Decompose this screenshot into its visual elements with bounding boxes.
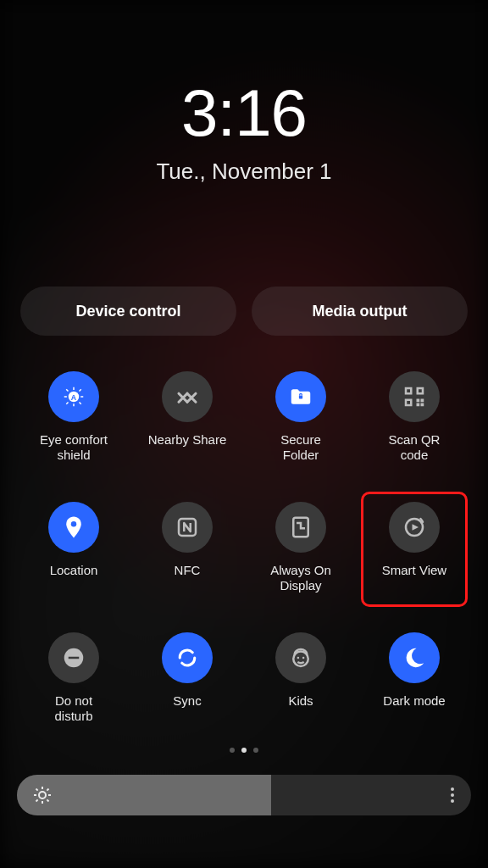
- svg-line-37: [47, 799, 48, 801]
- svg-rect-10: [299, 396, 302, 399]
- svg-point-30: [302, 657, 305, 659]
- aod-icon: [275, 502, 326, 553]
- quick-settings-grid: AEye comfort shieldNearby ShareSecure Fo…: [0, 366, 488, 729]
- sync-icon: [162, 632, 213, 683]
- tile-label: Do not disturb: [54, 693, 92, 724]
- tile-label: Sync: [173, 693, 201, 724]
- qr-code-icon: [389, 371, 440, 422]
- eye-comfort-icon: A: [48, 371, 99, 422]
- tile-label: Always On Display: [270, 563, 331, 593]
- svg-rect-14: [407, 389, 410, 392]
- nfc-icon: [162, 502, 213, 553]
- svg-line-6: [80, 403, 81, 404]
- tile-sync[interactable]: Sync: [130, 627, 244, 729]
- clock-time: 3:16: [0, 75, 488, 152]
- kids-icon: [275, 632, 326, 683]
- svg-rect-18: [421, 399, 424, 403]
- tile-nearby-share[interactable]: Nearby Share: [130, 366, 244, 468]
- tile-kids[interactable]: Kids: [244, 627, 358, 729]
- svg-text:A: A: [71, 393, 77, 402]
- tile-eye-comfort[interactable]: AEye comfort shield: [17, 366, 130, 468]
- media-output-button[interactable]: Media output: [252, 287, 468, 336]
- tile-label: Secure Folder: [280, 432, 321, 463]
- svg-rect-17: [417, 399, 420, 403]
- tile-dark-mode[interactable]: Dark mode: [358, 627, 471, 729]
- svg-point-29: [297, 657, 300, 659]
- smart-view-icon: [389, 502, 440, 553]
- page-indicator[interactable]: [0, 748, 488, 753]
- brightness-more-icon[interactable]: [446, 782, 459, 808]
- clock-date: Tue., November 1: [0, 159, 488, 185]
- tile-label: Scan QR code: [389, 432, 441, 463]
- svg-line-8: [80, 389, 81, 391]
- pager-dot: [241, 748, 247, 753]
- brightness-slider[interactable]: [17, 775, 471, 815]
- svg-rect-19: [417, 403, 420, 407]
- tile-label: Smart View: [382, 563, 446, 593]
- device-control-button[interactable]: Device control: [20, 287, 236, 336]
- dark-mode-icon: [389, 632, 440, 683]
- tile-qr-code[interactable]: Scan QR code: [358, 366, 471, 468]
- svg-rect-20: [421, 403, 424, 407]
- deck-buttons: Device control Media output: [0, 287, 488, 336]
- pager-dot: [253, 748, 258, 753]
- secure-folder-icon: [275, 371, 326, 422]
- tile-aod[interactable]: Always On Display: [244, 497, 358, 598]
- device-control-label: Device control: [75, 303, 180, 320]
- brightness-fill: [17, 775, 271, 815]
- svg-line-36: [36, 789, 38, 791]
- tile-label: Kids: [288, 693, 313, 724]
- tile-dnd[interactable]: Do not disturb: [17, 627, 130, 729]
- tile-secure-folder[interactable]: Secure Folder: [244, 366, 358, 468]
- clock-block: 3:16 Tue., November 1: [0, 75, 488, 185]
- svg-line-39: [47, 789, 48, 791]
- nearby-share-icon: [162, 371, 213, 422]
- location-icon: [48, 502, 99, 553]
- svg-rect-27: [69, 657, 80, 659]
- tile-label: Location: [50, 563, 98, 593]
- svg-point-21: [71, 521, 77, 527]
- svg-rect-15: [419, 389, 422, 392]
- svg-point-31: [39, 792, 46, 798]
- svg-marker-25: [413, 524, 419, 531]
- brightness-icon: [32, 785, 53, 805]
- dnd-icon: [48, 632, 99, 683]
- tile-label: Nearby Share: [148, 432, 227, 463]
- tile-smart-view[interactable]: Smart View: [358, 497, 471, 598]
- tile-label: Dark mode: [383, 693, 445, 724]
- tile-label: NFC: [175, 563, 201, 593]
- svg-line-38: [36, 799, 38, 801]
- tile-nfc[interactable]: NFC: [130, 497, 244, 598]
- svg-line-7: [66, 403, 68, 404]
- svg-rect-16: [407, 401, 410, 404]
- media-output-label: Media output: [313, 303, 408, 320]
- svg-line-5: [66, 389, 68, 391]
- tile-label: Eye comfort shield: [40, 432, 108, 463]
- pager-dot: [230, 748, 235, 753]
- tile-location[interactable]: Location: [17, 497, 130, 598]
